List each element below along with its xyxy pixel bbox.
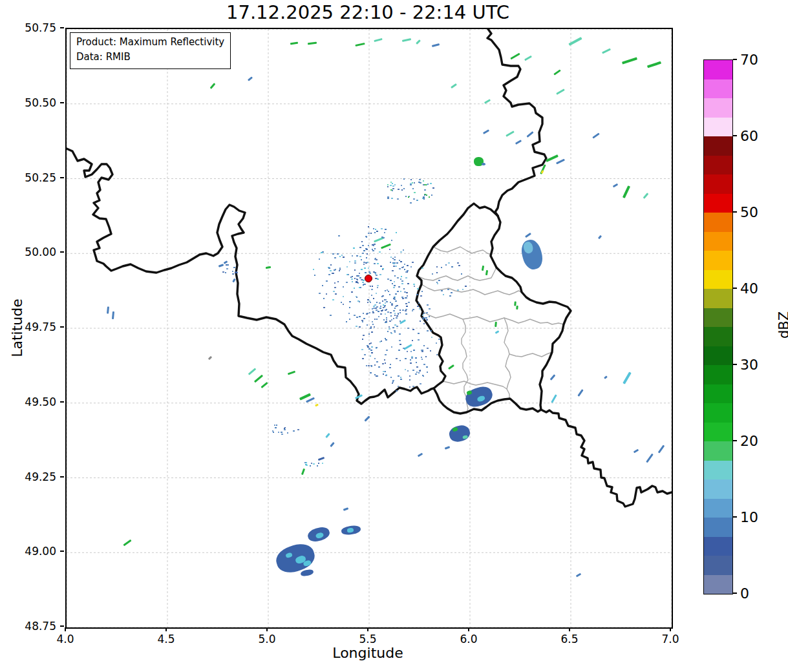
radar-echo <box>319 293 321 294</box>
radar-echo <box>410 351 412 352</box>
radar-echo <box>386 350 388 351</box>
y-tick-mark <box>60 401 64 403</box>
radar-echo <box>362 282 364 283</box>
radar-echo <box>372 324 374 325</box>
colorbar-step <box>704 269 732 289</box>
radar-echo <box>405 310 407 311</box>
radar-echo <box>430 330 432 331</box>
radar-echo <box>310 465 311 467</box>
radar-echo <box>403 188 405 189</box>
radar-echo <box>333 291 335 292</box>
radar-echo <box>390 262 391 263</box>
radar-echo <box>376 259 378 260</box>
radar-echo <box>364 354 366 355</box>
radar-echo <box>371 289 373 290</box>
colorbar-step <box>704 79 732 98</box>
y-tick-mark <box>60 177 64 178</box>
radar-echo <box>369 273 370 274</box>
radar-echo <box>451 266 453 268</box>
radar-echo <box>348 313 350 314</box>
radar-echo <box>382 363 384 364</box>
radar-echo <box>438 280 440 281</box>
radar-echo <box>377 263 379 264</box>
radar-echo <box>409 379 410 381</box>
radar-echo <box>371 352 373 353</box>
radar-echo <box>421 357 422 358</box>
radar-echo <box>416 366 418 368</box>
x-tick-label: 5.5 <box>359 633 376 646</box>
y-tick-label: 49.50 <box>23 395 56 408</box>
colorbar-tick-label: 30 <box>740 357 758 373</box>
radar-echo <box>374 248 376 249</box>
radar-echo <box>392 327 394 328</box>
radar-echo <box>332 273 334 274</box>
radar-echo <box>423 180 424 182</box>
radar-echo <box>423 197 425 198</box>
radar-echo <box>399 260 400 261</box>
radar-echo <box>367 262 368 263</box>
radar-echo <box>398 350 400 351</box>
radar-echo <box>410 183 412 184</box>
y-tick-mark <box>60 625 64 627</box>
radar-echo <box>335 293 337 295</box>
y-tick-label: 49.75 <box>23 320 56 333</box>
radar-echo <box>376 275 378 276</box>
radar-echo <box>379 251 381 253</box>
radar-echo <box>436 282 438 283</box>
radar-echo <box>368 365 370 366</box>
radar-echo <box>381 296 383 297</box>
radar-echo <box>400 379 402 380</box>
radar-echo <box>311 463 312 464</box>
radar-echo <box>341 302 342 303</box>
radar-echo <box>390 312 392 313</box>
radar-echo <box>394 184 396 185</box>
radar-echo <box>372 321 373 322</box>
radar-echo <box>354 262 356 264</box>
radar-echo <box>363 335 365 336</box>
colorbar-step <box>704 441 732 461</box>
radar-echo <box>363 250 365 251</box>
radar-echo <box>391 333 392 334</box>
radar-echo <box>361 320 363 321</box>
radar-echo <box>412 340 413 341</box>
x-tick-mark <box>65 627 66 631</box>
radar-echo <box>372 250 374 251</box>
radar-echo <box>413 198 415 200</box>
radar-echo <box>357 275 359 277</box>
radar-echo <box>392 183 393 184</box>
radar-echo <box>399 268 401 269</box>
radar-echo <box>367 346 369 348</box>
radar-echo <box>420 320 421 322</box>
radar-echo <box>376 347 378 348</box>
radar-echo <box>380 313 382 315</box>
radar-echo <box>233 267 235 268</box>
radar-echo <box>370 342 372 344</box>
radar-echo <box>285 552 293 558</box>
radar-echo <box>376 306 378 308</box>
radar-echo <box>418 333 420 334</box>
radar-echo <box>354 278 356 279</box>
radar-echo <box>330 264 332 266</box>
radar-echo <box>361 349 363 350</box>
radar-figure: 17.12.2025 22:10 - 22:14 UTC Product: Ma… <box>0 0 788 672</box>
radar-echo <box>410 179 412 180</box>
radar-echo <box>418 339 420 341</box>
radar-echo <box>379 302 381 304</box>
radar-echo <box>417 306 419 307</box>
radar-echo <box>374 319 376 320</box>
radar-echo <box>427 330 429 331</box>
radar-echo <box>375 308 377 309</box>
radar-echo <box>409 386 410 388</box>
x-tick-mark <box>569 627 570 631</box>
radar-echo <box>405 309 407 310</box>
radar-echo <box>352 276 353 277</box>
y-tick-label: 49.25 <box>23 470 56 483</box>
radar-echo <box>378 316 379 317</box>
radar-echo <box>397 198 399 200</box>
radar-echo <box>335 269 336 270</box>
radar-echo <box>385 229 387 230</box>
radar-echo <box>449 295 451 297</box>
radar-echo <box>354 260 356 262</box>
radar-echo <box>396 326 398 327</box>
radar-echo <box>452 427 458 432</box>
